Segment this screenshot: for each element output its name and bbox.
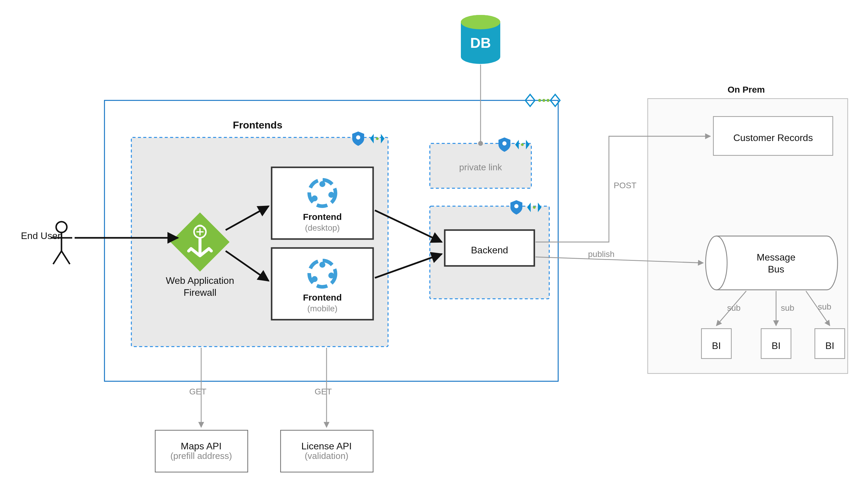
svg-line-26: [53, 251, 61, 264]
message-bus-title: Message: [757, 252, 796, 263]
svg-point-4: [376, 137, 378, 140]
private-link-endpoint: [478, 141, 483, 146]
private-link-label: private link: [459, 162, 502, 172]
message-bus-cylinder: [706, 236, 838, 290]
license-api-title: License API: [302, 441, 352, 452]
frontend-mobile-title: Frontend: [303, 292, 342, 302]
waf-title-line1: Web Application: [166, 275, 234, 286]
svg-point-0: [538, 99, 541, 102]
maps-api-sub: (prefill address): [170, 451, 232, 461]
frontends-title: Frontends: [233, 119, 282, 131]
svg-point-18: [521, 143, 524, 146]
waf-title-line2: Firewall: [184, 287, 216, 298]
edge-post-label: POST: [614, 181, 637, 190]
svg-point-12: [312, 195, 318, 201]
frontend-desktop-sub: (desktop): [305, 223, 340, 232]
svg-line-27: [61, 251, 70, 264]
frontend-desktop-title: Frontend: [303, 212, 342, 222]
svg-point-16: [312, 276, 318, 282]
svg-point-14: [319, 262, 326, 268]
backend-title: Backend: [471, 245, 508, 256]
svg-point-28: [706, 236, 727, 290]
architecture-diagram: Frontends Web Application Firewall Front…: [0, 0, 868, 490]
svg-point-10: [319, 181, 326, 187]
maps-method: GET: [189, 387, 207, 396]
frontend-mobile-sub: (mobile): [307, 304, 337, 313]
db-label: DB: [470, 35, 491, 51]
maps-api-title: Maps API: [181, 441, 222, 452]
sub-label-1: sub: [727, 303, 741, 313]
license-method: GET: [315, 387, 332, 396]
edge-publish-label: publish: [588, 250, 615, 259]
sub-label-2: sub: [781, 303, 794, 313]
svg-point-22: [461, 15, 500, 29]
end-user-icon: [51, 222, 72, 264]
svg-point-3: [356, 135, 360, 140]
svg-point-2: [547, 99, 550, 102]
bi-label-1: BI: [712, 340, 721, 351]
customer-records-label: Customer Records: [733, 132, 813, 143]
onprem-title: On Prem: [727, 85, 765, 94]
end-user-label: End User: [21, 230, 61, 241]
sub-label-3: sub: [818, 302, 831, 311]
svg-point-11: [328, 192, 334, 198]
svg-point-19: [514, 204, 519, 208]
svg-point-1: [542, 99, 545, 102]
svg-point-20: [533, 206, 535, 208]
svg-point-17: [502, 141, 506, 145]
license-api-sub: (validation): [305, 451, 349, 461]
bi-label-3: BI: [825, 340, 834, 351]
db-icon: DB: [461, 15, 500, 64]
svg-point-15: [328, 272, 334, 279]
bi-label-2: BI: [772, 340, 780, 351]
message-bus-title2: Bus: [768, 264, 784, 275]
